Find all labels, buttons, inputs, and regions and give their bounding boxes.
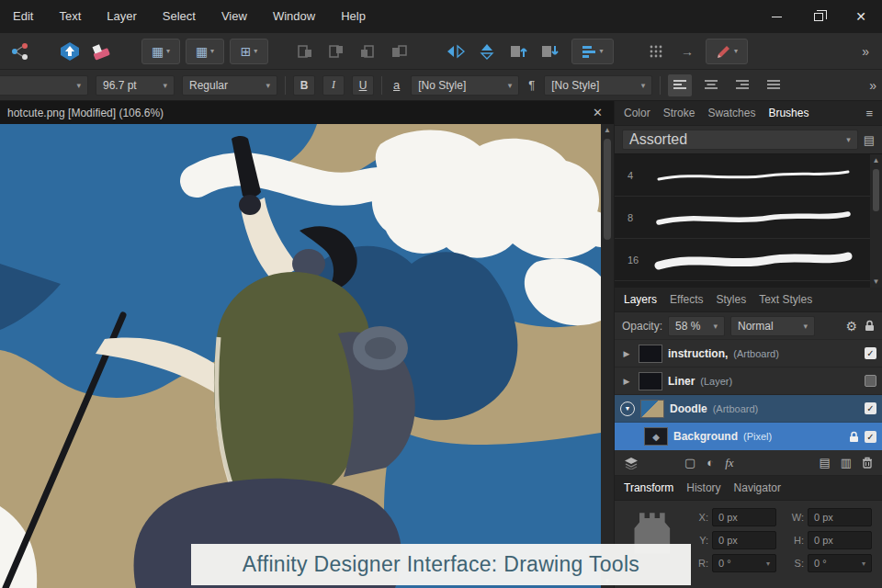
- grid-options-button[interactable]: ▦▾: [141, 39, 180, 64]
- flip-horizontal-button[interactable]: [443, 39, 469, 64]
- pixel-persona-button[interactable]: [88, 39, 114, 64]
- brush-item[interactable]: 16: [615, 239, 882, 281]
- insert-after-button[interactable]: [386, 39, 412, 64]
- visibility-checkbox[interactable]: [865, 402, 876, 414]
- menu-item-view[interactable]: View: [209, 0, 260, 33]
- brush-item-partial[interactable]: [615, 281, 882, 288]
- tab-text-styles[interactable]: Text Styles: [759, 293, 812, 306]
- scroll-up-icon[interactable]: ▲: [873, 154, 880, 167]
- move-to-back-button[interactable]: [537, 39, 562, 64]
- flip-vertical-button[interactable]: [474, 39, 500, 64]
- bold-button[interactable]: B: [293, 75, 315, 96]
- layers-stack-icon[interactable]: [624, 457, 639, 469]
- layer-row-doodle[interactable]: ▼ Doodle (Artboard): [615, 395, 882, 423]
- adjustment-icon[interactable]: ◐: [707, 456, 714, 469]
- brush-item[interactable]: 8: [615, 197, 882, 239]
- move-to-front-button[interactable]: [505, 39, 531, 64]
- layer-row-liner[interactable]: ▶ Liner (Layer): [615, 368, 882, 395]
- character-panel-button[interactable]: a: [390, 78, 403, 92]
- opacity-dropdown[interactable]: 58 %: [668, 316, 725, 336]
- convert-button[interactable]: →: [674, 39, 700, 64]
- menu-item-layer[interactable]: Layer: [94, 0, 150, 33]
- canvas[interactable]: [0, 124, 601, 588]
- align-right-button[interactable]: [730, 74, 754, 96]
- canvas-vertical-scrollbar[interactable]: ▲ ▼: [601, 124, 614, 588]
- lock-icon[interactable]: [865, 320, 875, 332]
- symbols-button[interactable]: [7, 39, 33, 64]
- toolbar-overflow-button[interactable]: »: [856, 44, 875, 59]
- visibility-checkbox[interactable]: [865, 375, 876, 387]
- brush-item[interactable]: 4: [615, 154, 882, 197]
- layer-thumbnail[interactable]: [639, 372, 662, 390]
- restore-button[interactable]: [797, 0, 840, 33]
- rotation-input[interactable]: 0 °: [712, 554, 776, 572]
- chevron-down-icon[interactable]: ▼: [620, 401, 635, 416]
- tab-brushes[interactable]: Brushes: [768, 107, 808, 119]
- snapping-options-button[interactable]: ▦▾: [186, 39, 224, 64]
- font-style-dropdown[interactable]: Regular: [182, 75, 277, 96]
- menu-item-select[interactable]: Select: [150, 0, 209, 33]
- layer-row-instruction[interactable]: ▶ instruction, (Artboard): [615, 340, 882, 368]
- h-input[interactable]: 0 px: [808, 531, 872, 549]
- visibility-checkbox[interactable]: [865, 431, 876, 443]
- layer-row-background[interactable]: ◆ Background (Pixel): [615, 423, 882, 450]
- minimize-button[interactable]: [755, 0, 797, 33]
- scroll-down-icon[interactable]: ▼: [873, 276, 880, 288]
- tab-history[interactable]: History: [686, 481, 720, 494]
- new-layer-icon[interactable]: ▤: [819, 456, 830, 469]
- menu-item-window[interactable]: Window: [260, 0, 328, 33]
- layer-thumbnail[interactable]: [640, 400, 664, 418]
- align-center-button[interactable]: [699, 74, 723, 96]
- transform-origin-button[interactable]: ⊞▾: [230, 39, 268, 64]
- underline-button[interactable]: U: [352, 75, 374, 96]
- paragraph-panel-button[interactable]: ¶: [526, 78, 537, 92]
- scroll-up-icon[interactable]: ▲: [604, 124, 611, 137]
- export-layer-icon[interactable]: ▥: [841, 456, 852, 469]
- pixel-grid-button[interactable]: [643, 39, 669, 64]
- insert-behind-button[interactable]: [355, 39, 380, 64]
- chevron-right-icon[interactable]: ▶: [620, 349, 633, 358]
- context-overflow-button[interactable]: »: [864, 78, 882, 93]
- close-button[interactable]: ✕: [840, 0, 882, 33]
- align-justify-button[interactable]: [762, 74, 786, 96]
- tab-styles[interactable]: Styles: [717, 293, 747, 306]
- brushes-options-icon[interactable]: ▤: [864, 133, 875, 147]
- insert-inside-button[interactable]: [292, 39, 318, 64]
- tab-effects[interactable]: Effects: [670, 293, 703, 306]
- menu-item-help[interactable]: Help: [328, 0, 379, 33]
- brush-scrollbar[interactable]: ▲ ▼: [870, 154, 882, 288]
- tab-swatches[interactable]: Swatches: [707, 107, 755, 119]
- document-tab[interactable]: hotcute.png [Modified] (106.6%): [7, 107, 164, 119]
- lock-icon[interactable]: [849, 431, 859, 443]
- brush-category-dropdown[interactable]: Assorted: [622, 130, 858, 150]
- menu-item-edit[interactable]: Edit: [0, 0, 46, 33]
- character-style-dropdown[interactable]: [No Style]: [411, 75, 519, 96]
- visibility-checkbox[interactable]: [865, 347, 876, 359]
- italic-button[interactable]: I: [322, 75, 345, 96]
- font-family-dropdown[interactable]: [0, 75, 88, 96]
- insert-top-button[interactable]: [323, 39, 349, 64]
- scrollbar-thumb[interactable]: [604, 139, 611, 240]
- alignment-dropdown[interactable]: ▾: [571, 39, 614, 64]
- designer-persona-button[interactable]: [57, 39, 83, 64]
- tab-navigator[interactable]: Navigator: [734, 481, 781, 494]
- x-input[interactable]: 0 px: [712, 508, 776, 526]
- shear-input[interactable]: 0 °: [808, 554, 872, 572]
- menu-item-text[interactable]: Text: [46, 0, 94, 33]
- layer-thumbnail[interactable]: ◆: [644, 427, 668, 446]
- trash-icon[interactable]: [862, 457, 873, 469]
- tab-close-button[interactable]: ✕: [589, 106, 606, 119]
- tab-transform[interactable]: Transform: [624, 481, 673, 494]
- w-input[interactable]: 0 px: [808, 508, 872, 526]
- layer-thumbnail[interactable]: [639, 345, 662, 363]
- tab-stroke[interactable]: Stroke: [663, 107, 695, 119]
- panel-menu-icon[interactable]: ≡: [865, 107, 873, 120]
- font-size-dropdown[interactable]: 96.7 pt: [96, 75, 175, 96]
- fx-icon[interactable]: fx: [725, 456, 733, 470]
- align-left-button[interactable]: [668, 74, 692, 96]
- tab-color[interactable]: Color: [624, 107, 650, 119]
- blend-mode-dropdown[interactable]: Normal: [730, 316, 815, 336]
- mask-icon[interactable]: ▢: [684, 456, 695, 469]
- scrollbar-thumb[interactable]: [873, 169, 879, 211]
- y-input[interactable]: 0 px: [712, 531, 776, 549]
